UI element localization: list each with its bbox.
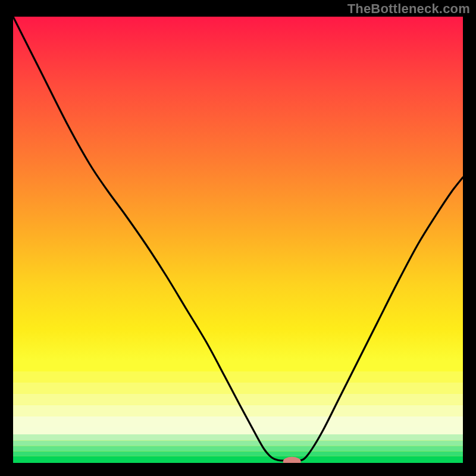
band [13, 441, 463, 446]
band [13, 361, 463, 372]
chart-container: { "watermark": "TheBottleneck.com", "plo… [0, 0, 476, 476]
band [13, 416, 463, 427]
plot-area [13, 17, 463, 466]
band [13, 405, 463, 416]
bottleneck-chart [0, 0, 476, 476]
band [13, 446, 463, 452]
gradient-bands [13, 361, 463, 464]
band [13, 452, 463, 456]
band [13, 427, 463, 434]
band [13, 434, 463, 441]
band [13, 383, 463, 394]
band [13, 371, 463, 383]
band [13, 456, 463, 463]
watermark-text: TheBottleneck.com [347, 1, 470, 17]
